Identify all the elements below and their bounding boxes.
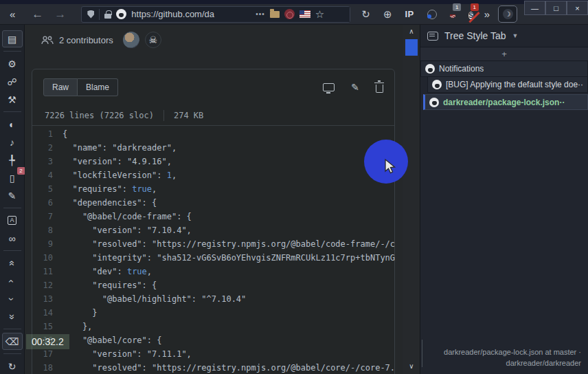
code-line: 10 "integrity": "sha512-vG6SvB6oYEhvgisZ… [32, 251, 394, 265]
ublock-ext[interactable]: uO 1 [450, 8, 455, 21]
share-nodes-icon-glyph: ☍ [7, 76, 16, 87]
line-number[interactable]: 12 [32, 278, 63, 292]
volume-icon[interactable]: ♪ [2, 133, 23, 151]
status-text: darkreader/package-lock.json at master ·… [444, 346, 581, 368]
line-number[interactable]: 17 [32, 347, 63, 361]
scroll-up-icon-glyph: ‹ [6, 279, 17, 283]
chevron-down-icon[interactable]: ▼ [512, 32, 519, 39]
url-text[interactable]: https://github.com/da [131, 9, 249, 19]
line-number[interactable]: 11 [32, 265, 63, 278]
code-view[interactable]: 1{2 "name": "darkreader",3 "version": "4… [32, 126, 394, 374]
tab-active[interactable]: darkreader/package-lock.json·· [423, 94, 588, 110]
tst-scrollbar[interactable] [422, 340, 422, 367]
code-line: 7 "@babel/code-frame": { [32, 210, 394, 223]
scroll-down-arrow[interactable]: ∨ [403, 362, 420, 370]
code-text: } [63, 306, 98, 320]
scroll-top-icon[interactable]: « [2, 254, 23, 272]
line-number[interactable]: 9 [32, 237, 63, 251]
tab[interactable]: Notifications [420, 61, 588, 77]
scroll-up-arrow[interactable]: ∧ [403, 28, 420, 35]
line-number[interactable]: 3 [32, 155, 63, 168]
forward-icon[interactable]: → [54, 8, 66, 21]
proxy-ext[interactable]: S 1 [468, 8, 473, 21]
maximize-button[interactable]: □ [545, 1, 567, 15]
page-actions-dots-icon[interactable]: ••• [256, 10, 265, 18]
ip-lookup-ext-icon[interactable]: IP [405, 9, 414, 19]
bookmark-folder-icon[interactable] [270, 11, 280, 18]
line-number[interactable]: 13 [32, 292, 63, 306]
line-number[interactable]: 18 [32, 361, 63, 374]
edit-pencil-icon[interactable]: ✎ [351, 82, 359, 93]
raw-button[interactable]: Raw [43, 78, 78, 96]
reload-icon[interactable]: ↻ [361, 8, 370, 21]
code-line: 17 "version": "7.11.1", [32, 347, 394, 361]
line-number[interactable]: 14 [32, 306, 63, 320]
line-number[interactable]: 6 [32, 196, 63, 210]
translate-ext-icon[interactable]: ⊕ [383, 8, 392, 21]
count-badge: 2 [17, 167, 25, 175]
back-icon[interactable]: ← [32, 8, 43, 21]
contrast-icon[interactable]: ◐ [2, 116, 23, 133]
avatar[interactable] [123, 32, 139, 48]
link-icon[interactable]: ∞ [2, 230, 23, 247]
tab-label: darkreader/package-lock.json·· [443, 98, 565, 107]
tracker-ext-icon[interactable] [427, 10, 437, 19]
line-number[interactable]: 5 [32, 182, 63, 196]
jar-icon[interactable]: ▯2 [2, 169, 23, 186]
line-number[interactable]: 1 [32, 127, 63, 141]
desktop-icon[interactable] [323, 83, 335, 91]
line-number[interactable]: 8 [32, 223, 63, 237]
contributors-icon [41, 36, 54, 45]
tracking-protection-shield-icon[interactable] [87, 10, 94, 19]
scroll-up-icon[interactable]: ‹ [2, 272, 23, 289]
scroll-down-icon[interactable]: › [2, 290, 23, 307]
code-line: 9 "resolved": "https://registry.npmjs.or… [32, 237, 394, 251]
darkreader-button[interactable]: ☽ [498, 6, 517, 23]
new-tab-button[interactable]: + [420, 47, 588, 61]
settings-gears-icon-glyph: ⚙ [8, 58, 16, 69]
delete-trash-icon[interactable] [376, 85, 383, 93]
contributors-label[interactable]: 2 contributors [59, 35, 113, 45]
scroll-top-icon-glyph: « [6, 261, 17, 266]
line-number[interactable]: 15 [32, 320, 63, 333]
wrench-icon[interactable]: ⚒ [2, 91, 23, 108]
fingerprint-ext-icon[interactable] [284, 9, 295, 19]
grid-icon[interactable]: ╄ [2, 151, 23, 168]
library-icon[interactable]: ▤ [2, 30, 23, 47]
status-line-2: darkreader/darkreader [444, 358, 581, 368]
tst-header[interactable]: Tree Style Tab ▼ [420, 25, 588, 47]
https-lock-icon[interactable] [104, 14, 111, 19]
minimize-button[interactable]: — [524, 1, 545, 15]
bookmark-star-icon[interactable]: ☆ [315, 8, 324, 21]
code-text: "integrity": "sha512-vG6SvB6oYEhvgisZNFR… [63, 251, 395, 265]
ublock-icon[interactable]: uO [450, 14, 455, 19]
translate-page-icon[interactable]: A [2, 212, 23, 229]
url-bar[interactable]: https://github.com/da ••• ☆ [81, 6, 350, 23]
blame-button[interactable]: Blame [78, 78, 118, 96]
tab[interactable]: [BUG] Applying the default style doe·· [427, 77, 588, 93]
scrollbar-thumb[interactable] [405, 39, 418, 56]
line-number[interactable]: 4 [32, 168, 63, 182]
code-line: 3 "version": "4.9.16", [32, 155, 394, 168]
code-text: "dependencies": { [63, 196, 157, 210]
left-icon-sidebar: ▤⚙☍⚒◐♪╄▯2✎A∞«‹›»⌫↻ [0, 25, 25, 374]
avatar[interactable]: ☠ [145, 32, 161, 48]
code-text: "requires": true, [63, 182, 157, 196]
toolbar-overflow-icon[interactable]: » [484, 8, 490, 20]
line-number[interactable]: 7 [32, 210, 63, 223]
scroll-bottom-icon[interactable]: » [2, 308, 23, 325]
sync-icon[interactable]: ↻ [2, 358, 23, 374]
proxy-globe-icon[interactable]: S [468, 12, 473, 19]
broom-icon[interactable]: ⌫ [2, 333, 23, 350]
settings-gears-icon[interactable]: ⚙ [2, 55, 23, 72]
share-nodes-icon[interactable]: ☍ [2, 73, 23, 90]
tab-list: Notifications[BUG] Applying the default … [420, 61, 588, 110]
line-number[interactable]: 2 [32, 141, 63, 155]
grid-icon-glyph: ╄ [9, 155, 14, 166]
code-line: 6 "dependencies": { [32, 196, 394, 210]
flag-ext-icon[interactable] [299, 10, 310, 18]
close-button[interactable]: × [567, 1, 588, 15]
brush-icon[interactable]: ✎ [2, 187, 23, 204]
sidebar-collapse-icon[interactable]: « [10, 8, 15, 20]
line-number[interactable]: 10 [32, 251, 63, 265]
